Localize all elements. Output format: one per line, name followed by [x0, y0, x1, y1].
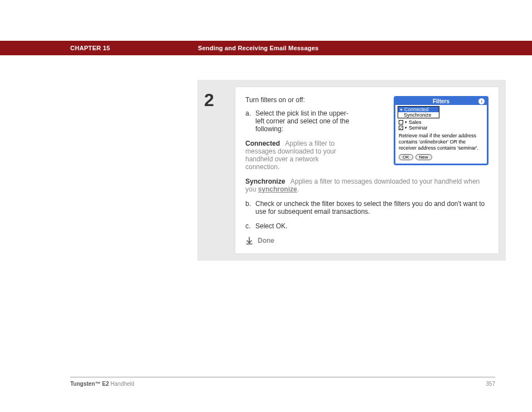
product-name: Tungsten™ E2 Handheld [70, 381, 134, 387]
new-button[interactable]: New [415, 154, 432, 160]
list-letter: c. [245, 222, 255, 230]
step-content: Filters i ▼ Connected Synchronize ▾ Sale… [235, 87, 499, 254]
filter-row-seminar[interactable]: ✓ ▾ Seminar [398, 125, 485, 131]
device-preview: Filters i ▼ Connected Synchronize ▾ Sale… [394, 96, 489, 165]
definition-synchronize: Synchronize Applies a filter to messages… [245, 178, 489, 193]
device-titlebar: Filters i [395, 98, 487, 105]
desc-synchronize-post: . [297, 185, 299, 193]
list-letter: b. [245, 200, 255, 215]
chevron-down-icon: ▾ [405, 126, 407, 130]
filter-row-sales[interactable]: ▾ Sales [398, 119, 485, 125]
filter-mode-dropdown[interactable]: ▼ Connected Synchronize [398, 106, 439, 118]
chevron-down-icon: ▾ [405, 120, 407, 124]
info-icon[interactable]: i [478, 98, 485, 104]
list-text: Select the pick list in the upper-left c… [255, 109, 354, 133]
arrow-down-icon [245, 237, 253, 245]
product-bold: Tungsten™ E2 [70, 381, 109, 387]
dropdown-selected[interactable]: ▼ Connected [398, 107, 439, 112]
list-text: Select OK. [255, 222, 489, 230]
chapter-header: CHAPTER 15 Sending and Receiving Email M… [0, 41, 532, 55]
step-number: 2 [204, 90, 235, 111]
done-label: Done [258, 237, 274, 245]
dropdown-option-synchronize[interactable]: Synchronize [398, 112, 439, 118]
term-synchronize: Synchronize [245, 178, 285, 185]
filter-label: Seminar [409, 125, 428, 131]
device-title: Filters [433, 98, 449, 104]
done-indicator: Done [245, 237, 489, 245]
list-letter: a. [245, 109, 255, 133]
device-rule-description: Retrieve mail if the sender address cont… [398, 131, 485, 154]
substep-c: c. Select OK. [245, 222, 489, 230]
ok-button[interactable]: OK [399, 154, 413, 160]
step-intro: Turn filters on or off: [245, 96, 354, 104]
chapter-title: Sending and Receiving Email Messages [198, 45, 318, 51]
device-button-row: OK New [398, 154, 485, 160]
filter-label: Sales [409, 119, 422, 125]
step-number-column: 2 [204, 87, 235, 254]
page-number: 357 [486, 381, 495, 387]
chapter-label: CHAPTER 15 [70, 45, 110, 51]
list-text: Check or uncheck the filter boxes to sel… [255, 200, 489, 215]
substep-b: b. Check or uncheck the filter boxes to … [245, 200, 489, 215]
synchronize-link[interactable]: synchronize [258, 185, 297, 193]
substep-a: a. Select the pick list in the upper-lef… [245, 109, 354, 133]
instruction-box: 2 Filters i ▼ Connected Synchronize ▾ [197, 80, 506, 261]
checkbox-checked-icon[interactable]: ✓ [399, 126, 403, 130]
product-rest: Handheld [109, 381, 134, 387]
definition-connected: Connected Applies a filter to messages d… [245, 140, 354, 171]
page-footer: Tungsten™ E2 Handheld 357 [70, 377, 495, 387]
term-connected: Connected [245, 140, 280, 147]
dropdown-selected-label: Connected [404, 107, 429, 112]
checkbox-unchecked-icon[interactable] [399, 120, 403, 124]
chevron-down-icon: ▼ [399, 108, 403, 112]
device-body: ▼ Connected Synchronize ▾ Sales ✓ ▾ Semi… [395, 105, 487, 164]
